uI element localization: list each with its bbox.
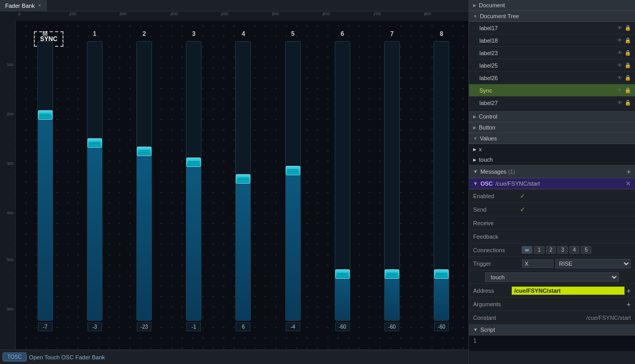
fader-track-4[interactable] [235,41,251,321]
fader-channel-4[interactable]: 4 6 [219,29,268,331]
conn-btn-5[interactable]: 5 [581,246,591,254]
fader-track-3[interactable] [186,41,201,321]
conn-btn-1[interactable]: 1 [534,246,544,254]
document-tree-arrow: ▼ [473,14,477,19]
fader-channel-8[interactable]: 8 -60 [417,29,466,331]
tree-item-label26[interactable]: label26 👁 🔒 [469,72,635,84]
values-touch-arrow: ▶ [473,158,476,162]
fader-track-6[interactable] [335,41,350,321]
fader-track-2[interactable] [136,41,152,321]
fader-handle-m[interactable] [38,110,53,120]
tree-item-sync[interactable]: Sync 👁 🔒 [469,84,635,97]
eye-icon-label26[interactable]: 👁 [617,75,623,81]
fader-handle-5[interactable] [286,166,300,175]
button-section[interactable]: ▶ Button [469,122,635,133]
lock-icon-sync[interactable]: 🔒 [625,87,631,93]
touch-select[interactable]: touch [485,272,619,282]
send-label: Send [473,206,520,213]
values-section[interactable]: ▼ Values [469,133,635,144]
eye-icon-label18[interactable]: 👁 [617,37,623,43]
lock-icon-label18[interactable]: 🔒 [625,37,631,43]
messages-title: Messages (1) [480,168,627,175]
fader-channel-7[interactable]: 7 -60 [368,29,416,331]
control-arrow: ▶ [473,114,476,119]
lock-icon-label25[interactable]: 🔒 [625,62,631,68]
lock-icon-label17[interactable]: 🔒 [625,25,631,31]
fader-value-m: -7 [38,322,53,331]
tree-item-name-label23: label23 [479,50,615,56]
lock-icon-label23[interactable]: 🔒 [625,50,631,56]
fader-handle-8[interactable] [434,269,449,279]
messages-arrow: ▼ [473,169,478,174]
control-section[interactable]: ▶ Control [469,111,635,122]
conn-btn-4[interactable]: 4 [569,246,580,254]
fader-handle-7[interactable] [385,269,399,279]
osc-close-button[interactable]: ✕ [626,180,631,187]
send-check[interactable]: ✓ [520,206,525,213]
fader-handle-4[interactable] [236,174,250,184]
arguments-add-button[interactable]: + [627,300,631,308]
channel-label-m: M [43,29,48,39]
trigger-row: Trigger RISE [469,257,635,270]
channel-label-5: 5 [291,29,295,39]
enabled-label: Enabled [473,193,520,199]
tree-item-label18[interactable]: label18 👁 🔒 [469,34,635,47]
tree-item-label23[interactable]: label23 👁 🔒 [469,47,635,59]
tree-item-label17[interactable]: label17 👁 🔒 [469,22,635,34]
tree-item-label25[interactable]: label25 👁 🔒 [469,59,635,72]
fader-channel-2[interactable]: 2 -23 [120,29,168,331]
fader-channel-5[interactable]: 5 -4 [269,29,317,331]
vmark-500: 500 [0,257,15,262]
ruler-tick-600: 600 [323,11,329,16]
script-header[interactable]: ▼ Script [469,324,635,335]
fader-channel-3[interactable]: 3 -1 [170,29,218,331]
document-section[interactable]: ▶ Document [469,0,635,11]
values-x-row[interactable]: ▶ x [469,144,635,154]
canvas[interactable]: 100 200 300 400 500 600 SYNC M -7 [0,21,468,349]
messages-add-button[interactable]: + [627,167,631,176]
fader-value-7: -60 [385,322,399,331]
conn-btn-infinity[interactable]: ∞ [522,246,532,254]
eye-icon-sync[interactable]: 👁 [617,87,623,93]
fader-track-5[interactable] [285,41,301,321]
eye-icon-label23[interactable]: 👁 [617,50,623,56]
enabled-check[interactable]: ✓ [520,192,525,200]
lock-icon-label26[interactable]: 🔒 [625,75,631,81]
conn-btn-3[interactable]: 3 [557,246,568,254]
trigger-x-input[interactable] [522,259,553,268]
tab-bar: Fader Bank × [0,0,468,11]
channel-label-8: 8 [440,29,443,39]
fader-handle-2[interactable] [137,147,151,156]
fader-handle-1[interactable] [87,138,102,148]
script-arrow: ▼ [473,327,478,332]
right-panel: ▶ Document ▼ Document Tree label17 👁 🔒 l… [468,0,635,364]
values-touch-row[interactable]: ▶ touch [469,154,635,165]
conn-btn-2[interactable]: 2 [546,246,556,254]
lock-icon-label27[interactable]: 🔒 [625,100,631,106]
tab-close-button[interactable]: × [38,3,41,8]
script-line-number: 1 [473,337,477,344]
fader-channel-6[interactable]: 6 -60 [318,29,366,331]
fader-track-8[interactable] [434,41,449,321]
fader-bank-tab[interactable]: Fader Bank × [0,0,47,11]
fader-handle-3[interactable] [186,158,201,167]
document-arrow: ▶ [473,3,476,8]
fader-fill-m [38,111,53,320]
ruler-tick-800: 800 [424,11,431,16]
fader-track-m[interactable] [37,41,53,321]
eye-icon-label17[interactable]: 👁 [617,25,623,31]
document-tree-section[interactable]: ▼ Document Tree [469,11,635,22]
fader-value-3: -1 [186,322,201,331]
fader-channel-m[interactable]: M -7 [21,29,69,331]
values-subsection: ▶ x ▶ touch [469,144,635,165]
fader-channel-1[interactable]: 1 -3 [70,29,119,331]
eye-icon-label27[interactable]: 👁 [617,100,623,106]
address-input[interactable] [512,287,625,295]
address-add-button[interactable]: + [627,287,631,295]
eye-icon-label25[interactable]: 👁 [617,62,623,68]
tree-item-label27[interactable]: label27 👁 🔒 [469,97,635,109]
fader-track-7[interactable] [384,41,400,321]
trigger-rise-select[interactable]: RISE [555,259,631,268]
fader-handle-6[interactable] [335,269,350,279]
fader-track-1[interactable] [87,41,103,321]
